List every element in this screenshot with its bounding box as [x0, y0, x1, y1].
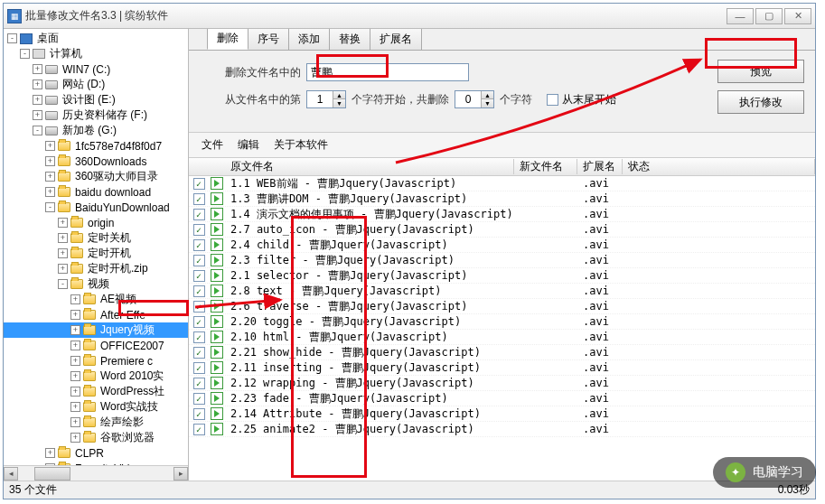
collapse-icon[interactable]: - [58, 279, 68, 289]
spin-up-icon[interactable]: ▲ [333, 91, 345, 99]
row-checkbox[interactable]: ✓ [193, 408, 205, 420]
tree-node[interactable]: -桌面 [4, 31, 188, 46]
expand-icon[interactable]: + [45, 172, 55, 182]
list-row[interactable]: ✓2.21 show_hide - 曹鹏Jquery(Javascript).a… [189, 345, 815, 360]
row-checkbox[interactable]: ✓ [193, 424, 205, 435]
tree-node[interactable]: +OFFICE2007 [4, 338, 188, 353]
play-icon[interactable] [211, 315, 223, 328]
col-extension[interactable]: 扩展名 [577, 159, 623, 174]
tree-node[interactable]: +After Effe [4, 307, 188, 322]
list-row[interactable]: ✓1.4 演示文档的使用事项 - 曹鹏Jquery(Javascript).av… [189, 207, 815, 222]
row-checkbox[interactable]: ✓ [193, 193, 205, 205]
list-body[interactable]: ✓1.1 WEB前端 - 曹鹏Jquery(Javascript).avi✓1.… [189, 176, 815, 481]
expand-icon[interactable]: + [70, 417, 80, 427]
col-status[interactable]: 状态 [623, 159, 815, 174]
row-checkbox[interactable]: ✓ [193, 224, 205, 236]
folder-tree[interactable]: -桌面-计算机+WIN7 (C:)+网站 (D:)+设计图 (E:)+历史资料储… [4, 29, 188, 465]
play-icon[interactable] [211, 223, 223, 236]
scroll-thumb[interactable] [34, 467, 70, 481]
menu-item[interactable]: 文件 [196, 135, 229, 154]
list-row[interactable]: ✓2.8 text - 曹鹏Jquery(Javascript).avi [189, 284, 815, 299]
tree-node[interactable]: +历史资料储存 (F:) [4, 107, 188, 123]
tree-node[interactable]: +Premiere c [4, 353, 188, 369]
play-icon[interactable] [211, 361, 223, 374]
tree-node[interactable]: +定时开机.zip [4, 261, 188, 276]
collapse-icon[interactable]: - [45, 202, 55, 212]
expand-icon[interactable]: + [70, 387, 80, 397]
row-checkbox[interactable]: ✓ [193, 378, 205, 389]
col-original-name[interactable]: 原文件名 [225, 159, 514, 174]
expand-icon[interactable]: + [58, 264, 68, 274]
delete-text-input[interactable] [306, 63, 469, 81]
row-checkbox[interactable]: ✓ [193, 270, 205, 282]
play-icon[interactable] [211, 254, 223, 266]
menu-item[interactable]: 编辑 [232, 135, 265, 154]
tree-node[interactable]: -视频 [4, 276, 188, 292]
tree-node[interactable]: +网站 (D:) [4, 77, 188, 92]
expand-icon[interactable]: + [70, 356, 80, 366]
list-row[interactable]: ✓2.14 Attribute - 曹鹏Jquery(Javascript).a… [189, 406, 815, 422]
tree-node[interactable]: +origin [4, 215, 188, 230]
tab-0[interactable]: 删除 [207, 29, 248, 50]
tree-node[interactable]: +Word实战技 [4, 399, 188, 415]
play-icon[interactable] [211, 331, 223, 343]
tree-node[interactable]: +1fc578e7d4f8f0d7 [4, 138, 188, 154]
tab-4[interactable]: 扩展名 [370, 29, 422, 50]
tree-node[interactable]: +360Downloads [4, 154, 188, 169]
tree-node[interactable]: +定时开机 [4, 246, 188, 261]
tree-node[interactable]: -新加卷 (G:) [4, 123, 188, 138]
row-checkbox[interactable]: ✓ [193, 301, 205, 313]
row-checkbox[interactable]: ✓ [193, 347, 205, 359]
from-end-checkbox[interactable] [547, 94, 558, 106]
row-checkbox[interactable]: ✓ [193, 239, 205, 251]
expand-icon[interactable]: + [33, 110, 42, 120]
list-row[interactable]: ✓2.12 wrapping - 曹鹏Jquery(Javascript).av… [189, 376, 815, 391]
expand-icon[interactable]: + [45, 156, 55, 166]
row-checkbox[interactable]: ✓ [193, 255, 205, 266]
play-icon[interactable] [211, 346, 223, 359]
play-icon[interactable] [211, 377, 223, 389]
list-row[interactable]: ✓2.3 filter - 曹鹏Jquery(Javascript).avi [189, 253, 815, 268]
play-icon[interactable] [211, 392, 223, 405]
tree-node[interactable]: +谷歌浏览器 [4, 430, 188, 445]
row-checkbox[interactable]: ✓ [193, 331, 205, 343]
expand-icon[interactable]: + [58, 233, 68, 243]
collapse-icon[interactable]: - [33, 126, 42, 135]
tree-node[interactable]: +设计图 (E:) [4, 92, 188, 107]
maximize-button[interactable]: ▢ [755, 8, 783, 24]
menu-item[interactable]: 关于本软件 [268, 135, 333, 154]
tree-node[interactable]: +AE视频 [4, 292, 188, 307]
tree-node[interactable]: -BaiduYunDownload [4, 200, 188, 215]
tree-node[interactable]: +WIN7 (C:) [4, 61, 188, 77]
delete-count-input[interactable] [455, 91, 481, 107]
expand-icon[interactable]: + [33, 95, 42, 105]
spin-down-icon[interactable]: ▼ [333, 99, 345, 107]
start-char-spinner[interactable]: ▲▼ [306, 90, 346, 108]
list-row[interactable]: ✓2.25 animate2 - 曹鹏Jquery(Javascript).av… [189, 422, 815, 437]
play-icon[interactable] [211, 269, 223, 282]
tree-node[interactable]: +WordPress社 [4, 384, 188, 399]
list-row[interactable]: ✓2.4 child - 曹鹏Jquery(Javascript).avi [189, 238, 815, 253]
expand-icon[interactable]: + [58, 218, 68, 228]
expand-icon[interactable]: + [33, 64, 42, 74]
list-row[interactable]: ✓2.23 fade - 曹鹏Jquery(Javascript).avi [189, 391, 815, 406]
spin-down-icon[interactable]: ▼ [481, 99, 493, 107]
row-checkbox[interactable]: ✓ [193, 316, 205, 328]
minimize-button[interactable]: — [727, 8, 754, 24]
tree-node[interactable]: -计算机 [4, 46, 188, 61]
collapse-icon[interactable]: - [7, 33, 17, 43]
play-icon[interactable] [211, 285, 223, 297]
expand-icon[interactable]: + [58, 248, 68, 258]
tree-node[interactable]: +360驱动大师目录 [4, 169, 188, 184]
list-row[interactable]: ✓2.20 toggle - 曹鹏Jquery(Javascript).avi [189, 314, 815, 330]
tab-3[interactable]: 替换 [329, 29, 370, 50]
scroll-left-arrow[interactable]: ◂ [4, 467, 18, 481]
expand-icon[interactable]: + [70, 310, 80, 320]
list-row[interactable]: ✓2.1 selector - 曹鹏Jquery(Javascript).avi [189, 268, 815, 284]
expand-icon[interactable]: + [45, 187, 55, 197]
list-row[interactable]: ✓1.3 曹鹏讲DOM - 曹鹏Jquery(Javascript).avi [189, 191, 815, 207]
play-icon[interactable] [211, 300, 223, 313]
list-row[interactable]: ✓2.7 auto_icon - 曹鹏Jquery(Javascript).av… [189, 222, 815, 238]
play-icon[interactable] [211, 407, 223, 420]
expand-icon[interactable]: + [70, 402, 80, 412]
